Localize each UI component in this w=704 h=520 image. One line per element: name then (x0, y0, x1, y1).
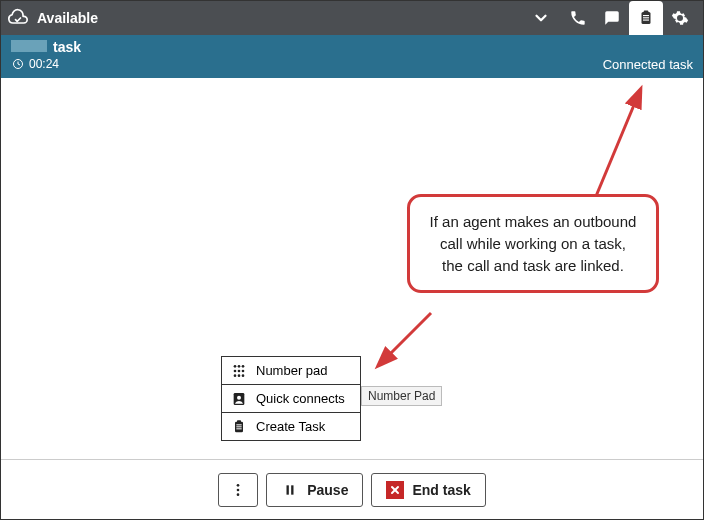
task-title: task (53, 39, 81, 55)
phone-icon (569, 9, 587, 27)
svg-rect-1 (644, 11, 649, 14)
callout-text: If an agent makes an outbound call while… (430, 213, 637, 274)
svg-point-14 (238, 369, 241, 372)
svg-rect-30 (291, 485, 293, 494)
top-bar: Available (1, 1, 703, 35)
svg-point-11 (238, 365, 241, 368)
gear-icon (671, 9, 689, 27)
svg-rect-22 (237, 420, 241, 423)
chevron-down-icon[interactable] (531, 8, 551, 28)
action-popup-menu: Number pad Quick connects Create Task (221, 356, 361, 441)
clipboard-icon (637, 9, 655, 27)
svg-point-15 (242, 369, 245, 372)
svg-rect-4 (643, 20, 649, 21)
tab-task[interactable] (629, 1, 663, 35)
content-area: If an agent makes an outbound call while… (1, 78, 703, 459)
cloud-check-icon (7, 7, 29, 29)
svg-rect-23 (236, 424, 241, 425)
end-task-button[interactable]: End task (371, 473, 485, 507)
menu-item-label: Quick connects (256, 391, 345, 406)
svg-point-12 (242, 365, 245, 368)
clipboard-icon (230, 418, 248, 436)
annotation-callout: If an agent makes an outbound call while… (407, 194, 659, 293)
channel-tabs (561, 1, 697, 35)
task-status: Connected task (603, 57, 693, 72)
annotation-arrow-down (371, 308, 451, 378)
pause-icon (281, 481, 299, 499)
menu-item-label: Create Task (256, 419, 325, 434)
clock-icon (11, 57, 25, 71)
menu-item-quick-connects[interactable]: Quick connects (221, 385, 361, 413)
svg-point-20 (237, 395, 241, 399)
status-text: Available (37, 10, 98, 26)
svg-point-28 (237, 493, 240, 496)
tooltip: Number Pad (361, 386, 442, 406)
more-actions-button[interactable] (218, 473, 258, 507)
close-icon (386, 481, 404, 499)
svg-point-13 (234, 369, 237, 372)
contacts-icon (230, 390, 248, 408)
end-task-button-label: End task (412, 482, 470, 498)
dialpad-icon (230, 362, 248, 380)
svg-point-16 (234, 374, 237, 377)
task-header: task 00:24 Connected task (1, 35, 703, 78)
chat-icon (603, 9, 621, 27)
task-prefix-redaction (11, 40, 47, 52)
pause-button-label: Pause (307, 482, 348, 498)
tab-chat[interactable] (595, 1, 629, 35)
svg-point-17 (238, 374, 241, 377)
tab-phone[interactable] (561, 1, 595, 35)
svg-point-26 (237, 484, 240, 487)
tab-settings[interactable] (663, 1, 697, 35)
svg-line-9 (381, 313, 431, 363)
menu-item-label: Number pad (256, 363, 328, 378)
svg-rect-2 (643, 15, 649, 16)
svg-rect-24 (236, 426, 241, 427)
task-timer: 00:24 (29, 57, 59, 71)
menu-item-create-task[interactable]: Create Task (221, 413, 361, 441)
svg-point-10 (234, 365, 237, 368)
svg-point-18 (242, 374, 245, 377)
svg-rect-29 (287, 485, 289, 494)
svg-point-27 (237, 488, 240, 491)
svg-rect-25 (236, 428, 241, 429)
pause-button[interactable]: Pause (266, 473, 363, 507)
more-vertical-icon (230, 482, 246, 498)
svg-rect-3 (643, 17, 649, 18)
bottom-toolbar: Pause End task (1, 459, 703, 519)
menu-item-number-pad[interactable]: Number pad (221, 357, 361, 385)
